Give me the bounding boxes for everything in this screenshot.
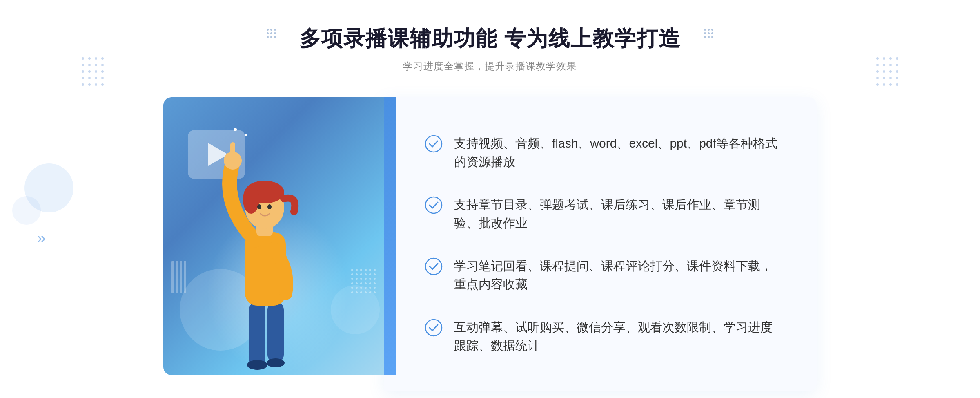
svg-point-11 [257,204,261,209]
check-icon-3 [425,257,443,275]
person-illustration [196,130,335,375]
feature-text-2: 支持章节目录、弹题考试、课后练习、课后作业、章节测验、批改作业 [454,195,784,232]
feature-text-4: 互动弹幕、试听购买、微信分享、观看次数限制、学习进度跟踪、数据统计 [454,318,784,355]
bg-dots-top-left [82,57,104,86]
chevron-left-icon: » [37,229,46,247]
svg-point-16 [425,320,442,336]
features-panel: 支持视频、音频、flash、word、excel、ppt、pdf等各种格式的资源… [384,97,817,391]
ill-stripes [172,261,186,293]
feature-item-1: 支持视频、音频、flash、word、excel、ppt、pdf等各种格式的资源… [425,126,784,179]
content-area: 支持视频、音频、flash、word、excel、ppt、pdf等各种格式的资源… [163,97,817,391]
page-wrapper: » 多项录播课辅助功能 专为线上教学打造 学习进度全掌握，提升录播课教学效果 [0,0,980,398]
svg-point-10 [243,185,259,214]
header-dots-right [704,29,713,38]
svg-point-14 [425,197,442,213]
page-title: 多项录播课辅助功能 专为线上教学打造 [299,25,681,53]
bg-dots-top-right [876,57,898,86]
svg-point-12 [267,204,272,209]
feature-item-2: 支持章节目录、弹题考试、课后练习、课后作业、章节测验、批改作业 [425,187,784,240]
blue-accent-bar [384,97,396,375]
check-icon-4 [425,319,443,337]
feature-item-4: 互动弹幕、试听购买、微信分享、观看次数限制、学习进度跟踪、数据统计 [425,310,784,363]
svg-point-15 [425,258,442,275]
check-icon-1 [425,135,443,153]
svg-point-3 [267,358,285,367]
feature-text-3: 学习笔记回看、课程提问、课程评论打分、课件资料下载，重点内容收藏 [454,257,784,293]
svg-point-13 [425,136,442,152]
svg-point-2 [247,360,267,370]
page-subtitle: 学习进度全掌握，提升录播课教学效果 [299,60,681,73]
svg-rect-1 [267,302,284,363]
header-section: 多项录播课辅助功能 专为线上教学打造 学习进度全掌握，提升录播课教学效果 [299,25,681,73]
illustration-card [163,97,392,375]
header-dots-left [267,29,276,38]
svg-rect-6 [230,142,235,163]
check-icon-2 [425,196,443,214]
svg-rect-0 [249,302,265,367]
feature-item-3: 学习笔记回看、课程提问、课程评论打分、课件资料下载，重点内容收藏 [425,248,784,302]
feature-text-1: 支持视频、音频、flash、word、excel、ppt、pdf等各种格式的资源… [454,134,784,171]
